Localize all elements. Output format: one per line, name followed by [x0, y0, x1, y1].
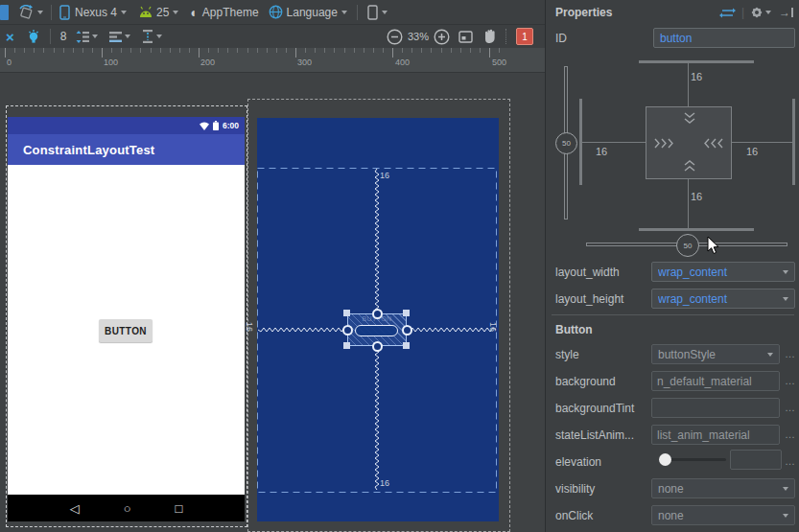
surface-mode-icon[interactable] [0, 5, 9, 20]
state-list-anim-value: list_anim_material [657, 428, 750, 442]
vertical-bias-knob[interactable]: 50 [555, 132, 577, 154]
elevation-slider-knob[interactable] [659, 453, 671, 466]
orientation-caret-icon[interactable] [37, 11, 43, 14]
resize-handle[interactable] [403, 310, 410, 316]
pack-caret-icon[interactable] [92, 35, 98, 38]
id-input[interactable]: button [653, 28, 795, 48]
zoom-out-icon[interactable] [387, 29, 403, 45]
inspector-margin-top[interactable]: 16 [691, 71, 702, 82]
visibility-combo[interactable]: none [651, 478, 795, 498]
align-icon[interactable] [109, 32, 122, 42]
theme-selector[interactable]: ◐ AppTheme [190, 6, 258, 19]
visibility-label: visibility [555, 482, 595, 496]
design-toolbar: Nexus 4 25 ◐ AppTheme Language [0, 0, 545, 25]
onclick-value: none [658, 509, 783, 522]
properties-panel: ID button 50 [545, 24, 799, 532]
design-view-phone[interactable]: 6:00 ConstraintLayoutTest BUTTON ◁ ○ □ [8, 117, 245, 521]
elevation-field[interactable] [730, 450, 782, 470]
right-constraint-line [732, 142, 792, 143]
inspector-margin-right[interactable]: 16 [746, 146, 758, 157]
nav-recents-icon[interactable]: □ [176, 502, 183, 515]
hide-panel-icon[interactable]: → [779, 8, 793, 17]
inspector-margin-left[interactable]: 16 [596, 146, 607, 157]
device-name: Nexus 4 [75, 6, 117, 19]
orientation-icon[interactable] [17, 5, 35, 20]
background-field[interactable]: n_default_material [651, 371, 780, 391]
elevation-more-button[interactable]: … [785, 455, 796, 467]
top-constraint-line [688, 63, 689, 106]
background-more-button[interactable]: … [785, 375, 796, 386]
separator [51, 5, 52, 20]
switch-view-icon[interactable] [719, 7, 736, 18]
ruler-label: 100 [104, 58, 118, 67]
wifi-icon [200, 122, 209, 130]
background-tint-more-button[interactable]: … [785, 402, 796, 413]
design-button-widget[interactable]: BUTTON [99, 319, 153, 342]
zoom-in-icon[interactable] [434, 29, 450, 45]
layout-width-combo[interactable]: wrap_content [651, 262, 795, 282]
resize-handle[interactable] [343, 342, 350, 349]
battery-icon [213, 121, 219, 130]
navigation-bar: ◁ ○ □ [8, 495, 245, 521]
id-label: ID [555, 32, 567, 45]
error-badge[interactable]: 1 [516, 28, 533, 45]
state-list-anim-more-button[interactable]: … [785, 428, 796, 440]
constraint-toolbar: × 8 [0, 25, 545, 48]
gear-icon[interactable] [750, 6, 764, 19]
android-studio-layout-editor: Nexus 4 25 ◐ AppTheme Language [0, 0, 799, 532]
device-selector[interactable]: Nexus 4 [59, 5, 127, 20]
default-margin-value[interactable]: 8 [60, 30, 67, 43]
clear-constraints-icon[interactable]: × [6, 30, 14, 44]
resize-handle[interactable] [403, 342, 410, 349]
layout-height-combo[interactable]: wrap_content [651, 289, 795, 309]
guidelines-icon[interactable] [142, 30, 153, 43]
pan-hand-icon[interactable] [482, 29, 497, 44]
background-tint-field[interactable] [651, 398, 780, 418]
gear-caret-icon[interactable] [765, 11, 771, 14]
anchor-left[interactable] [342, 325, 353, 335]
ruler-label: 500 [492, 58, 506, 67]
combo-caret-icon [783, 270, 788, 274]
design-surface[interactable]: 6:00 ConstraintLayoutTest BUTTON ◁ ○ □ [0, 73, 545, 532]
language-caret-icon [341, 11, 347, 14]
horizontal-bias-knob[interactable]: 50 [676, 234, 699, 257]
margin-right-label: 16 [488, 322, 498, 332]
style-combo[interactable]: buttonStyle [651, 344, 780, 364]
inspector-widget-box[interactable] [646, 106, 732, 179]
anchor-top[interactable] [372, 309, 383, 319]
inspector-margin-bottom[interactable]: 16 [691, 191, 702, 202]
state-list-anim-field[interactable]: list_anim_material [651, 425, 780, 445]
language-selector[interactable]: Language [269, 5, 347, 19]
anchor-right[interactable] [402, 325, 412, 335]
separator: | [741, 6, 744, 19]
infer-constraints-icon[interactable] [27, 29, 40, 44]
style-more-button[interactable]: … [785, 348, 796, 359]
combo-caret-icon [783, 514, 788, 518]
virtual-device-selector[interactable] [367, 5, 388, 20]
zoom-fit-icon[interactable] [458, 31, 473, 43]
blueprint-button-baseline[interactable] [355, 325, 398, 336]
combo-caret-icon [783, 297, 788, 301]
nav-home-icon[interactable]: ○ [124, 502, 131, 515]
onclick-combo[interactable]: none [651, 505, 795, 525]
api-selector[interactable]: 25 [138, 6, 178, 19]
anchor-bottom[interactable] [372, 341, 383, 352]
button-section-title: Button [555, 323, 593, 336]
theme-icon: ◐ [190, 6, 198, 19]
globe-icon [269, 5, 283, 19]
blueprint-view[interactable]: BUTTON 16 16 16 16 [257, 118, 499, 521]
pack-selection-icon[interactable] [76, 31, 89, 43]
align-caret-icon[interactable] [125, 35, 130, 38]
phone-icon [59, 5, 70, 20]
elevation-slider-track[interactable] [665, 458, 726, 461]
separator [505, 29, 507, 44]
wrap-left-icon [654, 138, 675, 149]
layout-height-value: wrap_content [658, 292, 783, 306]
top-constraint-target [639, 60, 754, 63]
design-button-label: BUTTON [105, 326, 147, 336]
nav-back-icon[interactable]: ◁ [70, 502, 80, 515]
id-value: button [660, 32, 788, 45]
guidelines-caret-icon[interactable] [156, 35, 162, 38]
resize-handle[interactable] [343, 310, 350, 316]
app-title: ConstraintLayoutTest [23, 143, 154, 157]
